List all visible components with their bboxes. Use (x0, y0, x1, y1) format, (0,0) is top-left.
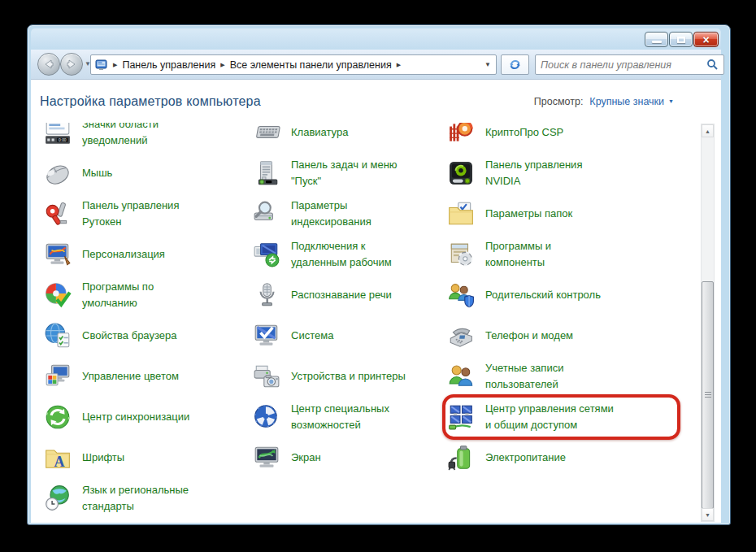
view-label: Просмотр: (534, 96, 584, 107)
item-label: КриптоПро CSP (485, 124, 563, 141)
control-panel-item[interactable]: Электропитание (447, 437, 691, 478)
control-panel-item[interactable]: Родительский контроль (447, 275, 691, 315)
control-panel-item[interactable]: КриптоПро CSP (447, 123, 691, 153)
region-language-icon (44, 485, 72, 512)
breadcrumb: ▶Панель управления▶Все элементы панели у… (108, 59, 406, 71)
breadcrumb-separator-icon: ▶ (397, 62, 401, 68)
control-panel-item[interactable]: Панель управления Рутокен (44, 193, 247, 234)
item-label: Центр специальных возможностей (291, 401, 389, 433)
address-bar[interactable]: ▶Панель управления▶Все элементы панели у… (90, 54, 497, 75)
search-input[interactable] (541, 59, 706, 71)
item-label: Центр управления сетями и общим доступом (485, 401, 614, 433)
item-label: Параметры папок (485, 206, 572, 222)
search-box (535, 54, 724, 75)
item-label: Распознавание речи (291, 287, 392, 303)
refresh-button[interactable] (501, 54, 529, 75)
control-panel-item[interactable]: Панель задач и меню "Пуск" (253, 153, 444, 193)
control-panel-window: × ▼ ▶Панель управления▶Все элементы пане… (27, 24, 731, 525)
close-icon: × (694, 33, 718, 46)
notification-area-icon: 0:00 (44, 123, 72, 146)
item-label: Подключения к удаленным рабочим (291, 238, 392, 271)
view-dropdown-icon[interactable]: ▼ (668, 98, 674, 104)
control-panel-item[interactable]: Телефон и модем (447, 315, 691, 356)
speech-recognition-icon (253, 281, 280, 309)
item-label: Шрифты (82, 450, 124, 466)
item-label: Мышь (82, 165, 112, 181)
control-panel-item[interactable]: Устройства и принтеры (253, 356, 444, 397)
forward-arrow-icon (65, 58, 78, 71)
item-label: Экран (291, 450, 321, 466)
control-panel-icon (95, 59, 108, 72)
control-panel-item[interactable]: Программы по умолчанию (44, 275, 247, 315)
control-panel-item[interactable]: Система (253, 315, 444, 356)
back-button[interactable] (37, 53, 60, 76)
scroll-up-icon[interactable]: ▲ (702, 124, 714, 137)
control-panel-item[interactable]: Параметры индексирования (253, 193, 444, 234)
control-panel-item[interactable]: AШрифты (44, 437, 247, 478)
control-panel-item[interactable]: Подключения к удаленным рабочим (253, 234, 444, 275)
color-management-icon (44, 363, 72, 390)
control-panel-item[interactable]: Язык и региональные стандарты (44, 478, 247, 519)
control-panel-item[interactable]: Программы и компоненты (447, 234, 691, 275)
browser-properties-icon (44, 322, 72, 350)
svg-text:0:00: 0:00 (59, 138, 67, 142)
scrollbar-grip (705, 392, 711, 398)
cryptopro-csp-icon (447, 123, 475, 146)
control-panel-item[interactable]: Экран (253, 437, 444, 478)
item-label: Персонализация (82, 246, 165, 263)
item-label: Программы по умолчанию (82, 279, 154, 311)
window-titlebar[interactable]: × (31, 28, 721, 50)
maximize-icon (677, 37, 685, 43)
system-icon (253, 322, 280, 350)
scroll-down-icon[interactable]: ▼ (702, 508, 714, 521)
view-control: Просмотр: Крупные значки ▼ (534, 96, 674, 107)
user-accounts-icon (447, 363, 475, 390)
taskbar-start-menu-icon (253, 159, 280, 187)
item-label: Программы и компоненты (485, 238, 551, 271)
item-label: Клавиатура (291, 124, 348, 141)
control-panel-item[interactable]: Панель управления NVIDIA (447, 153, 691, 193)
item-label: Панель управления Рутокен (82, 198, 179, 230)
control-panel-item[interactable]: Персонализация (44, 234, 247, 275)
control-panel-item[interactable]: Учетные записи пользователей (447, 356, 691, 397)
fonts-icon: A (44, 444, 72, 472)
search-icon[interactable] (706, 59, 719, 71)
control-panel-item[interactable]: Параметры папок (447, 193, 691, 234)
view-by-link[interactable]: Крупные значки (589, 96, 664, 107)
control-panel-item[interactable]: 0:00Значки области уведомлений (44, 123, 247, 153)
maximize-button[interactable] (669, 32, 693, 47)
devices-printers-icon (253, 363, 280, 390)
content-header: Настройка параметров компьютера Просмотр… (31, 80, 721, 123)
close-button[interactable]: × (693, 32, 719, 47)
control-panel-item[interactable]: Свойства браузера (44, 315, 247, 356)
control-panel-item[interactable]: Центр специальных возможностей (253, 397, 444, 437)
breadcrumb-item[interactable]: Все элементы панели управления (230, 59, 392, 71)
item-label: Система (291, 328, 333, 344)
nvidia-control-panel-icon (447, 159, 475, 187)
navigation-bar: ▼ ▶Панель управления▶Все элементы панели… (31, 50, 721, 80)
control-panel-item[interactable]: Центр управления сетями и общим доступом (447, 397, 691, 437)
personalization-icon (44, 241, 72, 268)
forward-button[interactable] (60, 53, 83, 76)
control-panel-item[interactable]: Управление цветом (44, 356, 247, 397)
control-panel-item[interactable]: Центр синхронизации (44, 397, 247, 437)
control-panel-item[interactable]: Мышь (44, 153, 247, 193)
programs-features-icon (447, 241, 475, 268)
minimize-icon (652, 41, 662, 43)
scrollbar[interactable]: ▲ ▼ (701, 124, 715, 522)
power-options-icon (447, 444, 475, 472)
item-label: Телефон и модем (485, 328, 573, 344)
keyboard-icon (253, 123, 280, 146)
control-panel-item[interactable]: Клавиатура (253, 123, 444, 153)
items-column-1: 0:00Значки области уведомленийМышьПанель… (44, 123, 247, 519)
scrollbar-thumb[interactable] (702, 281, 714, 509)
minimize-button[interactable] (645, 32, 668, 47)
network-sharing-center-icon (447, 403, 475, 431)
item-label: Панель управления NVIDIA (485, 157, 582, 189)
breadcrumb-item[interactable]: Панель управления (122, 59, 215, 71)
control-panel-item[interactable]: Распознавание речи (253, 275, 444, 315)
item-label: Панель задач и меню "Пуск" (291, 157, 398, 189)
caption-buttons: × (645, 32, 719, 47)
parental-controls-icon (447, 281, 475, 309)
address-dropdown-icon[interactable]: ▼ (481, 61, 494, 68)
